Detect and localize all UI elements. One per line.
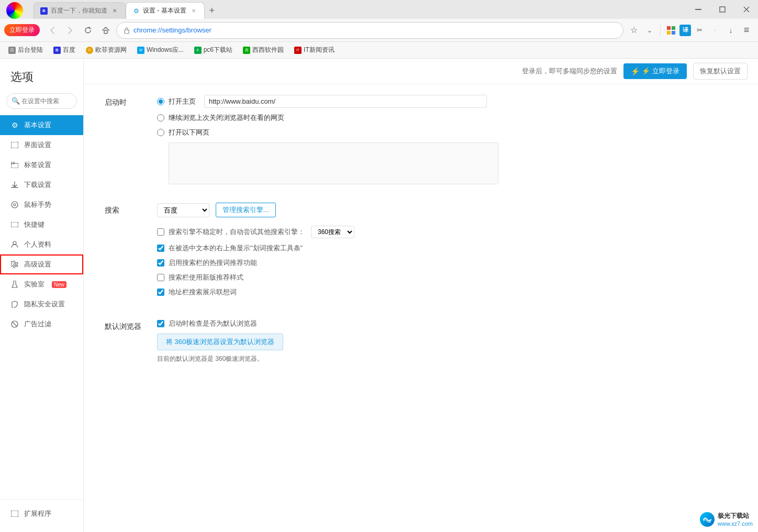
- sidebar-search-box: 🔍: [6, 93, 77, 109]
- tab-title-baidu: 百度一下，你就知道: [51, 6, 107, 15]
- close-button[interactable]: [735, 2, 758, 17]
- manage-search-engines-button[interactable]: 管理搜索引擎...: [216, 203, 276, 217]
- mouse-gesture-icon: [10, 201, 19, 209]
- svg-rect-9: [672, 31, 675, 35]
- restore-defaults-button[interactable]: 恢复默认设置: [693, 63, 748, 80]
- check-default-checkbox[interactable]: [157, 320, 164, 327]
- startup-urls-textarea[interactable]: [169, 142, 498, 184]
- sidebar-item-privacy[interactable]: 隐私安全设置: [0, 294, 83, 314]
- translate-button[interactable]: 译: [679, 25, 691, 36]
- svg-point-16: [13, 241, 16, 245]
- bookmark-windows[interactable]: W Windows应...: [133, 43, 188, 57]
- tab-baidu[interactable]: B 百度一下，你就知道 ✕: [34, 2, 126, 19]
- download-settings-icon: [10, 181, 19, 189]
- sidebar-title: 选项: [0, 67, 83, 93]
- sidebar-label-download: 下载设置: [24, 180, 51, 190]
- sidebar-item-profile[interactable]: 个人资料: [0, 235, 83, 254]
- bookmark-pc6[interactable]: 6 pc6下载站: [190, 43, 237, 57]
- watermark-text: 极光下载站 www.xz7.com: [718, 512, 753, 527]
- svg-rect-7: [672, 26, 675, 30]
- bookmark-label-bg: 后台登陆: [18, 46, 43, 54]
- lightning-icon: ⚡: [631, 67, 640, 75]
- lab-icon: [10, 280, 19, 289]
- sidebar-label-extensions: 扩展程序: [24, 509, 51, 518]
- svg-point-13: [12, 202, 18, 208]
- tab-area: B 百度一下，你就知道 ✕ ⚙ 设置 - 基本设置 ✕ +: [29, 0, 360, 19]
- sidebar-item-tabs[interactable]: 标签设置: [0, 155, 83, 175]
- search-suggest-label: 地址栏搜索展示联想词: [169, 287, 237, 297]
- sidebar-item-download[interactable]: 下载设置: [0, 175, 83, 195]
- new-tab-button[interactable]: +: [205, 3, 219, 18]
- search-fallback-checkbox[interactable]: [157, 228, 164, 236]
- bookmark-favicon-windows: W: [137, 47, 144, 54]
- search-toolbar-label: 在被选中文本的右上角显示"划词搜索工具条": [169, 243, 303, 253]
- sidebar-item-lab[interactable]: 实验室 New: [0, 274, 83, 294]
- nav-divider: [660, 25, 661, 36]
- search-newstyle-checkbox[interactable]: [157, 274, 164, 281]
- sidebar-item-advanced[interactable]: 高级设置: [0, 254, 83, 274]
- lab-new-badge: New: [52, 281, 66, 288]
- expand-button[interactable]: ⌄: [642, 23, 657, 38]
- tab-favicon-settings: ⚙: [132, 7, 140, 15]
- homepage-url-input[interactable]: [204, 95, 487, 108]
- sidebar-item-extensions[interactable]: 扩展程序: [0, 504, 83, 524]
- download-button[interactable]: ↓: [723, 23, 738, 38]
- menu-button[interactable]: ≡: [739, 23, 754, 38]
- bookmark-olive[interactable]: O 欧菲资源网: [82, 43, 131, 57]
- svg-line-19: [13, 322, 17, 326]
- tab-close-settings[interactable]: ✕: [190, 7, 198, 15]
- back-button[interactable]: [45, 23, 60, 38]
- minimize-button[interactable]: [687, 2, 710, 17]
- startup-radio-home[interactable]: [157, 98, 164, 105]
- search-toolbar-checkbox[interactable]: [157, 245, 164, 252]
- startup-radio-last[interactable]: [157, 114, 164, 121]
- set-default-button[interactable]: 将 360极速浏览器设置为默认浏览器: [157, 334, 283, 350]
- sidebar-item-shortcut[interactable]: 快捷键: [0, 215, 83, 235]
- bookmark-it[interactable]: IT IT新闻资讯: [290, 43, 339, 57]
- check-default-label: 启动时检查是否为默认浏览器: [169, 319, 257, 328]
- bookmark-favicon-it: IT: [294, 47, 302, 54]
- tab-close-baidu[interactable]: ✕: [110, 7, 119, 15]
- bookmark-star-button[interactable]: ☆: [627, 23, 641, 38]
- watermark-title: 极光下载站: [718, 512, 753, 520]
- sidebar-item-basic[interactable]: ⚙ 基本设置: [0, 115, 83, 135]
- basic-settings-icon: ⚙: [10, 121, 19, 129]
- search-engine-row: 百度 管理搜索引擎...: [157, 203, 737, 217]
- search-engine-select[interactable]: 百度: [157, 203, 209, 217]
- sidebar-item-interface[interactable]: 界面设置: [0, 135, 83, 155]
- address-bar[interactable]: chrome://settings/browser: [116, 22, 623, 39]
- login-pill-nav[interactable]: 立即登录: [4, 24, 40, 36]
- apps-button[interactable]: [664, 23, 678, 38]
- search-suggest-checkbox[interactable]: [157, 289, 164, 296]
- startup-section: 启动时 打开主页 继续浏览上次关闭浏览器时在看的网页: [105, 95, 737, 186]
- bookmark-bg[interactable]: 后 后台登陆: [4, 43, 47, 57]
- login-button-top[interactable]: ⚡ ⚡ 立即登录: [623, 63, 687, 79]
- sidebar-label-profile: 个人资料: [24, 240, 51, 249]
- advanced-settings-icon: [10, 260, 19, 269]
- bookmark-favicon-xisi: 西: [243, 47, 250, 54]
- search-hotword-checkbox[interactable]: [157, 259, 164, 267]
- screenshot-button[interactable]: ✂: [692, 23, 707, 38]
- sidebar-label-lab: 实验室: [24, 280, 44, 289]
- bookmark-baidu[interactable]: B 百度: [49, 43, 80, 57]
- default-browser-body: 启动时检查是否为默认浏览器 将 360极速浏览器设置为默认浏览器 目前的默认浏览…: [157, 319, 737, 363]
- forward-button[interactable]: [63, 23, 77, 38]
- extensions-icon: [10, 509, 19, 518]
- home-button[interactable]: [98, 23, 113, 38]
- startup-radio-urls[interactable]: [157, 129, 164, 136]
- fallback-engine-select[interactable]: 360搜索: [311, 226, 354, 238]
- lock-icon: [123, 27, 130, 34]
- sidebar-label-adblock: 广告过滤: [24, 319, 51, 329]
- bookmark-favicon-pc6: 6: [194, 47, 202, 54]
- bookmarks-bar: 后 后台登陆 B 百度 O 欧菲资源网 W Windows应... 6 pc6下…: [0, 42, 758, 59]
- svg-point-14: [14, 204, 16, 206]
- sidebar-item-mouse[interactable]: 鼠标手势: [0, 195, 83, 215]
- sidebar-item-adblock[interactable]: 广告过滤: [0, 314, 83, 334]
- adblock-icon: [10, 320, 19, 328]
- tab-settings[interactable]: ⚙ 设置 - 基本设置 ✕: [126, 2, 205, 19]
- sidebar-label-privacy: 隐私安全设置: [24, 300, 65, 309]
- reload-button[interactable]: [81, 23, 95, 38]
- svg-rect-5: [125, 30, 129, 34]
- bookmark-xisi[interactable]: 西 西西软件园: [239, 43, 288, 57]
- maximize-button[interactable]: [711, 2, 734, 17]
